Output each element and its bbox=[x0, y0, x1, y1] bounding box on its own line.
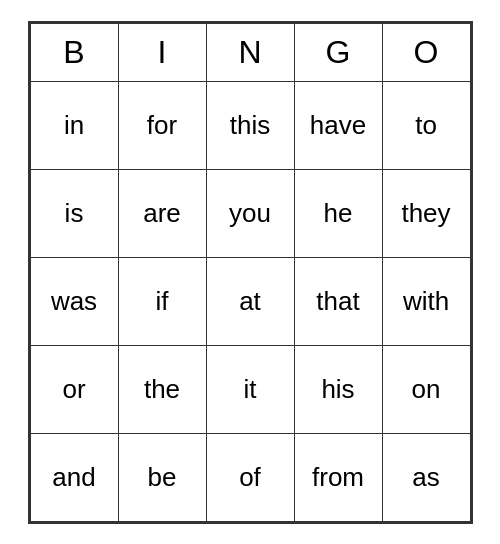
bingo-cell-0-2: this bbox=[206, 81, 294, 169]
bingo-cell-3-4: on bbox=[382, 345, 470, 433]
bingo-cell-4-3: from bbox=[294, 433, 382, 521]
bingo-row-0: inforthishaveto bbox=[30, 81, 470, 169]
bingo-header-i: I bbox=[118, 23, 206, 81]
bingo-header-o: O bbox=[382, 23, 470, 81]
bingo-header-n: N bbox=[206, 23, 294, 81]
bingo-table: BINGO inforthishavetoisareyouhetheywasif… bbox=[30, 23, 471, 522]
bingo-cell-3-3: his bbox=[294, 345, 382, 433]
bingo-row-3: ortheithison bbox=[30, 345, 470, 433]
bingo-cell-0-1: for bbox=[118, 81, 206, 169]
bingo-cell-0-4: to bbox=[382, 81, 470, 169]
bingo-header-g: G bbox=[294, 23, 382, 81]
bingo-cell-4-4: as bbox=[382, 433, 470, 521]
bingo-cell-2-2: at bbox=[206, 257, 294, 345]
bingo-cell-0-0: in bbox=[30, 81, 118, 169]
bingo-cell-0-3: have bbox=[294, 81, 382, 169]
bingo-cell-1-2: you bbox=[206, 169, 294, 257]
bingo-cell-3-1: the bbox=[118, 345, 206, 433]
bingo-card: BINGO inforthishavetoisareyouhetheywasif… bbox=[28, 21, 473, 524]
bingo-row-4: andbeoffromas bbox=[30, 433, 470, 521]
bingo-cell-3-2: it bbox=[206, 345, 294, 433]
bingo-row-1: isareyouhethey bbox=[30, 169, 470, 257]
bingo-cell-1-4: they bbox=[382, 169, 470, 257]
bingo-cell-1-3: he bbox=[294, 169, 382, 257]
bingo-cell-2-1: if bbox=[118, 257, 206, 345]
bingo-row-2: wasifatthatwith bbox=[30, 257, 470, 345]
bingo-cell-3-0: or bbox=[30, 345, 118, 433]
bingo-header-b: B bbox=[30, 23, 118, 81]
bingo-cell-1-1: are bbox=[118, 169, 206, 257]
bingo-cell-4-2: of bbox=[206, 433, 294, 521]
bingo-cell-2-3: that bbox=[294, 257, 382, 345]
bingo-cell-1-0: is bbox=[30, 169, 118, 257]
bingo-cell-2-0: was bbox=[30, 257, 118, 345]
bingo-cell-2-4: with bbox=[382, 257, 470, 345]
bingo-cell-4-1: be bbox=[118, 433, 206, 521]
bingo-header-row: BINGO bbox=[30, 23, 470, 81]
bingo-cell-4-0: and bbox=[30, 433, 118, 521]
